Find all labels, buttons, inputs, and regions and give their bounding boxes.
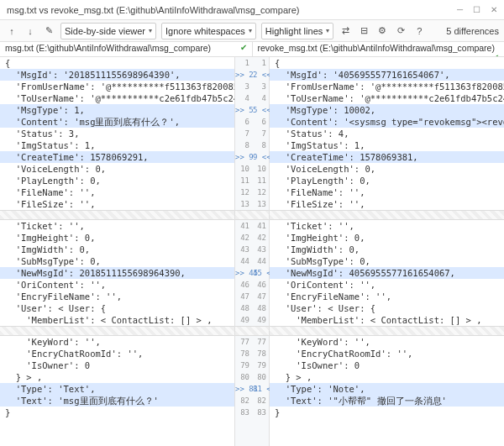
code-line[interactable]: 'Status': 4,	[270, 128, 504, 139]
code-line[interactable]: 'CreateTime': 1578069381,	[270, 151, 504, 163]
code-line[interactable]: 'EncryFileName': '',	[0, 291, 234, 302]
code-line[interactable]: 'OriContent': '',	[270, 279, 504, 291]
code-line[interactable]: 'EncryChatRoomId': '',	[270, 348, 504, 359]
next-diff-icon[interactable]: ↓	[24, 24, 37, 38]
collapsed-region[interactable]	[0, 326, 234, 336]
left-path-text: msg.txt (E:\github\AntiInfoWithdrawal\ms…	[5, 43, 211, 53]
code-line[interactable]: 'SubMsgType': 0,	[0, 255, 234, 267]
highlight-select[interactable]: Highlight lines ▾	[261, 23, 333, 39]
code-line[interactable]: }	[0, 407, 234, 418]
code-line[interactable]: 'VoiceLength': 0,	[0, 163, 234, 175]
gutter-row: 4747	[235, 291, 269, 302]
gutter-row: 1111	[235, 175, 269, 186]
code-line[interactable]: } > ,	[0, 371, 234, 383]
code-line[interactable]: 'IsOwner': 0	[270, 359, 504, 371]
code-line[interactable]: 'Text': 'msg里面到底有什么？'	[0, 395, 234, 407]
titlebar: msg.txt vs revoke_msg.txt (E:\github\Ant…	[0, 0, 504, 20]
code-line[interactable]: 'Type': 'Note',	[270, 383, 504, 395]
code-line[interactable]: 'IsOwner': 0	[0, 359, 234, 371]
code-line[interactable]: 'FromUserName': '@**********f511363f8200…	[270, 81, 504, 92]
code-line[interactable]: 'MsgId': '4056955577161654067',	[270, 69, 504, 81]
code-line[interactable]: {	[0, 57, 234, 69]
code-line[interactable]: 'Content': 'msg里面到底有什么？',	[0, 116, 234, 128]
viewer-mode-select[interactable]: Side-by-side viewer ▾	[60, 23, 156, 39]
code-line[interactable]: 'PlayLength': 0,	[270, 175, 504, 186]
maximize-button[interactable]: ☐	[473, 5, 480, 14]
collapsed-region[interactable]	[270, 326, 504, 336]
code-line[interactable]: }	[270, 407, 504, 418]
window-title: msg.txt vs revoke_msg.txt (E:\github\Ant…	[7, 5, 457, 15]
code-line[interactable]: 'NewMsgId': 2018511155698964390,	[0, 267, 234, 279]
code-line[interactable]: 'Content': '<sysmsg type="revokemsg"><re…	[270, 116, 504, 128]
code-line[interactable]: 'FileName': '',	[0, 186, 234, 198]
minimize-button[interactable]: ─	[457, 5, 463, 14]
toolbar: ↑ ↓ ✎ Side-by-side viewer ▾ Ignore white…	[0, 20, 504, 42]
code-line[interactable]: 'FileSize': '',	[270, 198, 504, 210]
code-line[interactable]: 'User': < User: {	[270, 302, 504, 314]
gutter-row: >> 55 <<	[235, 104, 269, 116]
collapsed-region[interactable]	[235, 210, 269, 220]
edit-icon[interactable]: ✎	[42, 24, 55, 38]
code-line[interactable]: 'ToUserName': '@***********c2e61fdb47b5c…	[0, 92, 234, 104]
gutter-row: 7979	[235, 359, 269, 371]
code-line[interactable]: 'EncryFileName': '',	[270, 291, 504, 302]
code-line[interactable]: 'MemberList': < ContactList: [] > ,	[0, 314, 234, 326]
gutter-row: 44	[235, 92, 269, 104]
line-gutter[interactable]: 11>> 22 <<3344>> 55 <<667788>> 99 <<1010…	[234, 57, 270, 446]
collapsed-region[interactable]	[0, 210, 234, 220]
code-line[interactable]: 'FileName': '',	[270, 186, 504, 198]
gutter-row: 8383	[235, 407, 269, 418]
code-line[interactable]: 'KeyWord': '',	[270, 336, 504, 348]
gutter-row: 77	[235, 128, 269, 139]
code-line[interactable]: 'Ticket': '',	[0, 220, 234, 232]
code-line[interactable]: 'MsgType': 10002,	[270, 104, 504, 116]
code-line[interactable]: 'SubMsgType': 0,	[270, 255, 504, 267]
code-line[interactable]: 'FromUserName': '@**********f511363f8200…	[0, 81, 234, 92]
code-line[interactable]: 'FileSize': '',	[0, 198, 234, 210]
chevron-down-icon: ▾	[326, 27, 329, 34]
code-line[interactable]: 'ImgWidth': 0,	[270, 244, 504, 255]
code-line[interactable]: 'MsgType': 1,	[0, 104, 234, 116]
code-line[interactable]: 'MsgId': '2018511155698964390',	[0, 69, 234, 81]
code-line[interactable]: 'ImgWidth': 0,	[0, 244, 234, 255]
gutter-row: 4141	[235, 220, 269, 232]
code-line[interactable]: 'ImgHeight': 0,	[0, 232, 234, 244]
sync-scroll-icon[interactable]: ⇄	[339, 24, 352, 38]
code-line[interactable]: 'CreateTime': 1578069291,	[0, 151, 234, 163]
code-line[interactable]: 'VoiceLength': 0,	[270, 163, 504, 175]
refresh-icon[interactable]: ⟳	[394, 24, 407, 38]
code-line[interactable]: 'Text': '"小帮帮" 撤回了一条消息'	[270, 395, 504, 407]
code-line[interactable]: 'Type': 'Text',	[0, 383, 234, 395]
code-line[interactable]: {	[270, 57, 504, 69]
code-line[interactable]: 'ImgStatus': 1,	[0, 139, 234, 151]
code-line[interactable]: } > ,	[270, 371, 504, 383]
code-line[interactable]: 'EncryChatRoomId': '',	[0, 348, 234, 359]
code-line[interactable]: 'Ticket': '',	[270, 220, 504, 232]
collapsed-region[interactable]	[270, 210, 504, 220]
gutter-row: 4848	[235, 302, 269, 314]
gear-icon[interactable]: ⚙	[375, 24, 389, 38]
whitespace-select[interactable]: Ignore whitespaces ▾	[161, 23, 256, 39]
code-line[interactable]: 'NewMsgId': 4056955577161654067,	[270, 267, 504, 279]
gutter-row: >> 8181 <<	[235, 383, 269, 395]
collapsed-region[interactable]	[235, 326, 269, 336]
left-pane[interactable]: { 'MsgId': '2018511155698964390', 'FromU…	[0, 57, 234, 446]
code-line[interactable]: 'OriContent': '',	[0, 279, 234, 291]
prev-diff-icon[interactable]: ↑	[5, 24, 18, 38]
highlight-label: Highlight lines	[265, 26, 323, 36]
help-icon[interactable]: ?	[412, 24, 426, 38]
code-line[interactable]: 'PlayLength': 0,	[0, 175, 234, 186]
code-line[interactable]: 'KeyWord': '',	[0, 336, 234, 348]
diff-panes: { 'MsgId': '2018511155698964390', 'FromU…	[0, 57, 504, 446]
collapse-icon[interactable]: ⊟	[357, 24, 370, 38]
code-line[interactable]: 'MemberList': < ContactList: [] > ,	[270, 314, 504, 326]
gutter-row: 8080	[235, 371, 269, 383]
code-line[interactable]: 'ToUserName': '@***********c2e61fdb47b5c…	[270, 92, 504, 104]
code-line[interactable]: 'ImgStatus': 1,	[270, 139, 504, 151]
gutter-row: 33	[235, 81, 269, 92]
right-pane[interactable]: { 'MsgId': '4056955577161654067', 'FromU…	[270, 57, 504, 446]
code-line[interactable]: 'User': < User: {	[0, 302, 234, 314]
code-line[interactable]: 'Status': 3,	[0, 128, 234, 139]
code-line[interactable]: 'ImgHeight': 0,	[270, 232, 504, 244]
close-button[interactable]: ✕	[491, 5, 497, 14]
